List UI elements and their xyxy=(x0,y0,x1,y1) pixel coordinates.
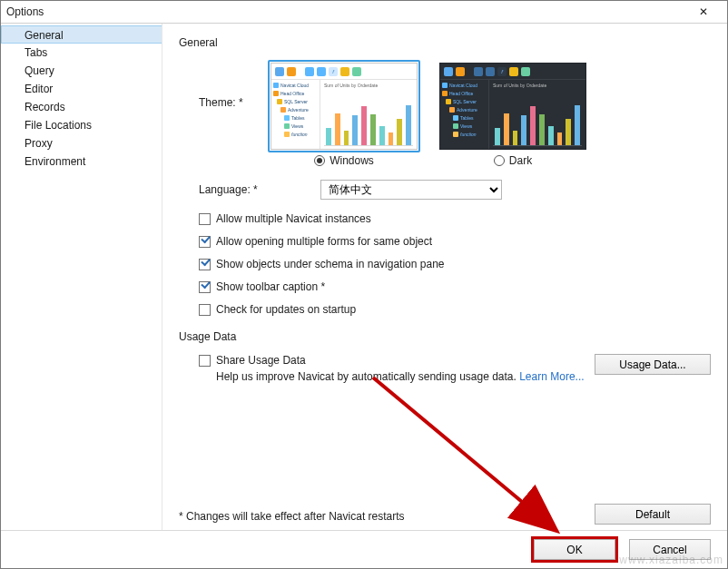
checkbox-allow-multiple-instances[interactable]: Allow multiple Navicat instances xyxy=(199,212,711,225)
checkbox-share-usage[interactable]: Share Usage Data xyxy=(199,354,595,367)
sidebar-item-label: Environment xyxy=(25,155,85,168)
checkbox-label: Share Usage Data xyxy=(216,354,306,367)
theme-preview-windows: f Navicat Cloud Head Office SQL Server A… xyxy=(271,63,418,150)
theme-options: f Navicat Cloud Head Office SQL Server A… xyxy=(268,60,589,152)
checkbox-check-for-updates[interactable]: Check for updates on startup xyxy=(199,303,711,316)
checkbox-icon xyxy=(199,213,211,225)
checkbox-icon xyxy=(199,281,211,293)
checkbox-icon xyxy=(199,355,211,367)
usage-data-button[interactable]: Usage Data... xyxy=(595,354,711,375)
general-checkboxes: Allow multiple Navicat instances Allow o… xyxy=(199,212,711,316)
sidebar-item-environment[interactable]: Environment xyxy=(1,152,162,171)
sidebar-item-tabs[interactable]: Tabs xyxy=(1,44,162,62)
section-usage-title: Usage Data xyxy=(179,330,711,343)
preview-tree-node: Navicat Cloud xyxy=(280,83,309,88)
checkbox-label: Show toolbar caption * xyxy=(216,280,325,293)
checkbox-icon xyxy=(199,259,211,270)
close-button[interactable]: ✕ xyxy=(685,2,722,22)
restart-note: * Changes will take effect after Navicat… xyxy=(179,510,405,523)
sidebar-item-editor[interactable]: Editor xyxy=(1,80,162,98)
default-button[interactable]: Default xyxy=(595,504,711,525)
sidebar-item-query[interactable]: Query xyxy=(1,62,162,80)
theme-row: Theme: * f xyxy=(199,60,711,152)
preview-tree-node: Adventure xyxy=(457,107,477,113)
preview-tree-node: Head Office xyxy=(280,91,304,96)
checkbox-icon xyxy=(199,236,211,248)
theme-card-dark[interactable]: f Navicat Cloud Head Office SQL Server A… xyxy=(437,60,589,152)
preview-chart: Sum of Units by Orderdate xyxy=(320,80,417,149)
preview-toolbar: f xyxy=(440,64,585,80)
preview-chart-bars xyxy=(493,88,582,146)
radio-icon xyxy=(314,155,325,166)
default-button-wrap: Default xyxy=(595,504,711,525)
sidebar-item-label: File Locations xyxy=(25,119,92,132)
checkbox-icon xyxy=(199,304,211,316)
preview-tree-node: SQL Server xyxy=(453,99,477,104)
language-row: Language: * 简体中文 xyxy=(199,180,711,200)
preview-body: Navicat Cloud Head Office SQL Server Adv… xyxy=(440,80,585,149)
preview-body: Navicat Cloud Head Office SQL Server Adv… xyxy=(271,80,417,149)
dialog-footer: OK Cancel xyxy=(1,530,727,568)
usage-share-left: Share Usage Data Help us improve Navicat… xyxy=(199,354,595,383)
close-icon: ✕ xyxy=(699,5,708,18)
usage-help-span: Help us improve Navicat by automatically… xyxy=(216,370,519,383)
theme-radio-dark[interactable]: Dark xyxy=(437,154,589,167)
sidebar-item-label: Editor xyxy=(25,83,53,95)
theme-label: Theme: * xyxy=(199,60,268,109)
preview-tree: Navicat Cloud Head Office SQL Server Adv… xyxy=(440,80,489,149)
checkbox-allow-multiple-forms[interactable]: Allow opening multiple forms for same ob… xyxy=(199,235,711,248)
theme-radio-windows[interactable]: Windows xyxy=(268,154,420,167)
checkbox-label: Check for updates on startup xyxy=(216,303,356,316)
ok-button[interactable]: OK xyxy=(534,539,615,560)
theme-preview-dark: f Navicat Cloud Head Office SQL Server A… xyxy=(439,63,586,150)
main-area: General Tabs Query Editor Records File L… xyxy=(1,24,727,530)
sidebar-item-label: Query xyxy=(25,64,54,77)
usage-help-text: Help us improve Navicat by automatically… xyxy=(216,370,595,383)
sidebar-item-label: Tabs xyxy=(25,46,47,59)
checkbox-label: Show objects under schema in navigation … xyxy=(216,258,445,270)
checkbox-label: Allow multiple Navicat instances xyxy=(216,212,371,225)
preview-tree: Navicat Cloud Head Office SQL Server Adv… xyxy=(271,80,320,149)
radio-icon xyxy=(494,155,505,166)
theme-radio-label: Windows xyxy=(330,154,374,167)
preview-tree-node: Views xyxy=(460,123,472,129)
sidebar-item-label: Records xyxy=(25,101,65,113)
window-title: Options xyxy=(6,5,685,18)
section-general-title: General xyxy=(179,36,711,49)
language-label: Language: * xyxy=(199,183,320,196)
theme-card-windows[interactable]: f Navicat Cloud Head Office SQL Server A… xyxy=(268,60,420,152)
preview-tree-node: Views xyxy=(291,123,303,129)
preview-tree-node: Adventure xyxy=(288,107,309,113)
cancel-button[interactable]: Cancel xyxy=(629,539,711,560)
theme-radio-label: Dark xyxy=(509,154,532,167)
preview-tree-node: SQL Server xyxy=(284,99,308,104)
window-body: General Tabs Query Editor Records File L… xyxy=(1,24,727,568)
content-panel: General Theme: * f xyxy=(162,24,727,530)
sidebar-item-label: Proxy xyxy=(25,137,53,150)
preview-tree-node: function xyxy=(460,132,477,137)
preview-chart-bars xyxy=(324,88,413,146)
preview-tree-node: Navicat Cloud xyxy=(449,83,477,88)
preview-chart: Sum of Units by Orderdate xyxy=(489,80,585,149)
preview-tree-node: Head Office xyxy=(449,91,473,96)
sidebar-item-records[interactable]: Records xyxy=(1,98,162,116)
options-window: Options ✕ General Tabs Query Editor Reco… xyxy=(0,0,728,569)
sidebar-item-proxy[interactable]: Proxy xyxy=(1,134,162,152)
preview-tree-node: function xyxy=(291,132,308,137)
usage-share-row: Share Usage Data Help us improve Navicat… xyxy=(199,354,711,383)
preview-tree-node: Tables xyxy=(460,115,473,121)
checkbox-show-toolbar-caption[interactable]: Show toolbar caption * xyxy=(199,280,711,293)
preview-toolbar: f xyxy=(271,64,417,80)
ok-highlight: OK xyxy=(531,536,618,563)
usage-learn-more-link[interactable]: Learn More... xyxy=(519,370,584,383)
language-select[interactable]: 简体中文 xyxy=(320,180,502,200)
preview-tree-node: Tables xyxy=(291,115,304,121)
checkbox-show-objects-under-schema[interactable]: Show objects under schema in navigation … xyxy=(199,258,711,270)
sidebar: General Tabs Query Editor Records File L… xyxy=(1,24,162,530)
sidebar-item-label: General xyxy=(25,29,64,42)
checkbox-label: Allow opening multiple forms for same ob… xyxy=(216,235,432,248)
theme-radio-row: Windows Dark xyxy=(268,154,711,167)
sidebar-item-general[interactable]: General xyxy=(1,25,162,44)
titlebar: Options ✕ xyxy=(1,1,727,24)
sidebar-item-file-locations[interactable]: File Locations xyxy=(1,116,162,134)
